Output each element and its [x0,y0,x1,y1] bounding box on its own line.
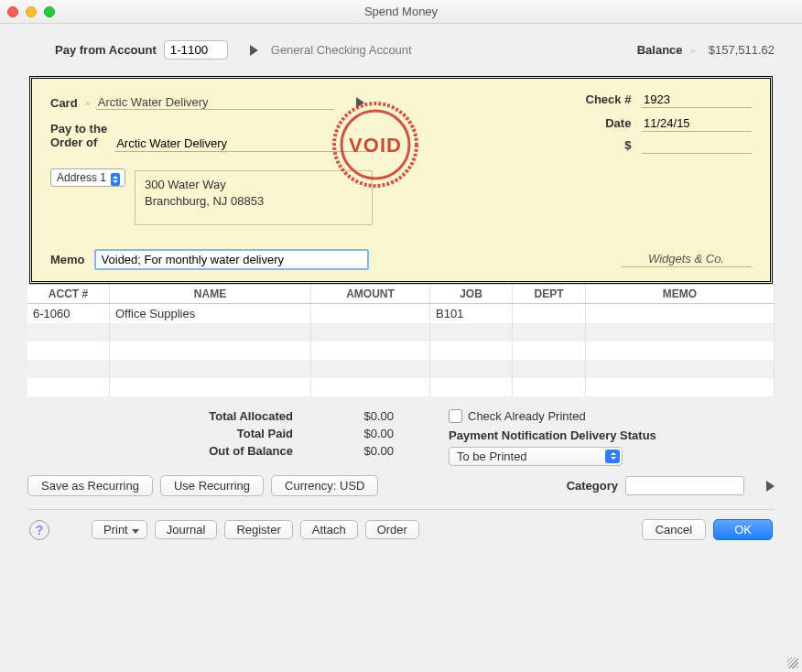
check-no-label: Check # [567,92,631,106]
order-button[interactable]: Order [365,520,419,539]
cell-amount[interactable] [311,304,430,323]
balance-value: $157,511.62 [709,43,775,57]
resize-handle-icon[interactable] [787,657,798,668]
use-recurring-button[interactable]: Use Recurring [160,475,264,496]
total-paid-value: $0.00 [330,427,394,440]
col-acct[interactable]: ACCT # [27,285,110,303]
register-button[interactable]: Register [224,520,292,539]
pay-from-account-input[interactable] [164,40,228,60]
out-of-balance-value: $0.00 [330,444,394,458]
check-no-input[interactable] [642,92,752,108]
address-line-1: 300 Water Way [145,177,363,193]
help-icon[interactable]: ? [29,520,49,540]
allocation-table-header: ACCT # NAME AMOUNT JOB DEPT MEMO [27,284,775,304]
ok-button[interactable]: OK [713,519,773,540]
check-panel: VOID Card » Arctic Water Delivery Check … [29,76,773,284]
header-row: Pay from Account General Checking Accoun… [55,40,775,60]
already-printed-label: Check Already Printed [468,409,586,423]
memo-input[interactable] [94,249,369,270]
attach-button[interactable]: Attach [300,520,358,539]
payto-input[interactable] [114,135,371,152]
amount-input[interactable] [642,137,752,154]
cell-memo[interactable] [586,304,775,323]
currency-button[interactable]: Currency: USD [271,475,378,496]
address-line-2: Branchburg, NJ 08853 [145,193,363,210]
date-label: Date [567,116,631,130]
total-allocated-label: Total Allocated [165,409,293,423]
out-of-balance-label: Out of Balance [165,444,293,458]
payto-label-2: Order of [50,136,107,150]
card-label: Card [50,96,78,110]
table-row[interactable] [27,378,775,396]
col-memo[interactable]: MEMO [586,285,775,303]
total-paid-label: Total Paid [165,427,293,440]
company-name: Widgets & Co. [621,252,752,267]
pay-from-label: Pay from Account [55,43,157,57]
titlebar: Spend Money [0,0,802,24]
account-name: General Checking Account [271,43,412,57]
cell-acct[interactable]: 6-1060 [27,304,110,323]
play-icon[interactable] [250,45,258,56]
category-label: Category [567,479,618,493]
totals-block: Total Allocated$0.00 Total Paid$0.00 Out… [165,409,394,466]
table-row[interactable]: 6-1060 Office Supplies B101 [27,304,775,323]
col-dept[interactable]: DEPT [513,285,586,303]
col-job[interactable]: JOB [430,285,513,303]
play-icon[interactable] [356,97,364,108]
table-row[interactable] [27,341,775,360]
table-row[interactable] [27,323,775,341]
journal-button[interactable]: Journal [155,520,218,539]
cell-dept[interactable] [513,304,586,323]
balance-label: Balance [637,43,683,57]
col-amount[interactable]: AMOUNT [311,285,430,303]
card-link[interactable]: Arctic Water Delivery [96,95,334,110]
already-printed-checkbox[interactable] [449,409,462,423]
address-box[interactable]: 300 Water Way Branchburg, NJ 08853 [135,170,373,225]
pay-to-block: Pay to the Order of [50,123,371,152]
cancel-button[interactable]: Cancel [642,519,706,540]
memo-label: Memo [50,253,85,266]
cell-job[interactable]: B101 [430,304,513,323]
total-allocated-value: $0.00 [330,409,394,423]
payto-label-1: Pay to the [50,123,107,136]
allocation-table-body: 6-1060 Office Supplies B101 [27,304,775,396]
chevron-icon: » [85,97,89,108]
table-row[interactable] [27,360,775,378]
address-select[interactable]: Address 1 [50,170,125,184]
cell-name[interactable]: Office Supplies [110,304,311,323]
notification-status-select[interactable]: To be Printed [449,447,623,466]
col-name[interactable]: NAME [110,285,311,303]
amount-label: $ [567,138,631,152]
save-as-recurring-button[interactable]: Save as Recurring [27,475,153,496]
category-input[interactable] [625,476,744,495]
chevron-icon: » [690,45,694,56]
date-input[interactable] [642,115,752,132]
print-button[interactable]: Print [92,520,147,539]
play-icon[interactable] [766,481,775,492]
window: Spend Money Pay from Account General Che… [0,0,802,672]
notification-status-label: Payment Notification Delivery Status [449,428,775,442]
window-title: Spend Money [0,5,802,18]
